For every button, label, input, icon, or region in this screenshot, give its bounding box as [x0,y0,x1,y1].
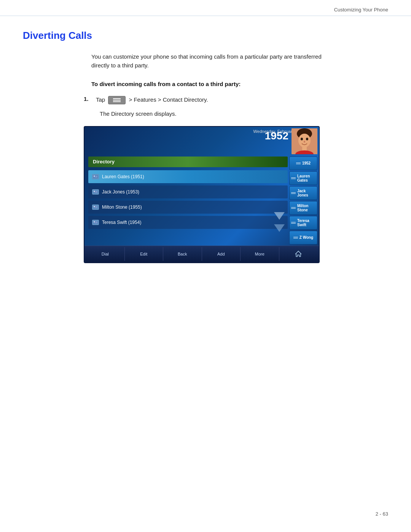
step-note: The Directory screen displays. [100,110,388,117]
step-tap-suffix: > Features > Contact Directory. [129,96,208,103]
speed-dial-label: Z Wong [299,235,313,240]
contact-icon [291,222,296,224]
list-item[interactable]: Lauren Gates (1951) [88,170,288,183]
extension-number: 1952 [265,130,288,142]
contact-icon [291,177,296,179]
speed-dial-label: Teresa Swift [297,219,315,227]
section-title: Diverting Calls [23,30,388,42]
contacts-list: Lauren Gates (1951) Jack Jones (1953) [88,170,288,229]
speed-dial-label: 1952 [302,161,311,165]
speed-dial-button-1952[interactable]: 1952 [289,157,317,170]
svg-point-4 [306,137,308,140]
speed-dial-label: Milton Stone [297,204,315,212]
speed-dial-label: Jack Jones [297,189,315,197]
speed-dial-button-z-wong[interactable]: Z Wong [289,231,317,244]
speed-dial-button-milton-stone[interactable]: Milton Stone [289,201,317,215]
speed-dial-button-jack-jones[interactable]: Jack Jones [289,186,317,200]
intro-text: You can customize your phone so that inc… [91,52,327,70]
list-item[interactable]: Milton Stone (1955) [88,201,288,214]
bottom-toolbar: Dial Edit Back Add More [84,246,319,262]
scroll-arrows [273,211,285,233]
contact-icon [92,220,99,225]
toolbar-back-button[interactable]: Back [163,247,202,261]
directory-label: Directory [88,157,288,167]
page-footer: 2 - 63 [376,511,388,517]
svg-rect-24 [94,221,95,222]
list-item[interactable]: Teresa Swift (1954) [88,216,288,229]
avatar-face [292,128,317,154]
step-tap-prefix: Tap [96,96,105,103]
contact-icon [92,204,99,210]
svg-rect-19 [94,206,95,207]
contact-name: Lauren Gates (1951) [102,174,144,179]
contact-icon [293,237,298,238]
avatar [292,128,317,154]
phone-screen: Wednesday, February 4 1:44 PM 1952 [84,126,320,263]
svg-point-2 [298,134,311,147]
procedure-heading: To divert incoming calls from a contact … [91,81,388,87]
contact-name: Milton Stone (1955) [102,204,142,210]
scroll-down-arrow-1[interactable] [273,211,285,221]
page-header: Customizing Your Phone [0,0,411,16]
svg-point-3 [301,137,303,140]
menu-button-icon[interactable] [108,96,126,104]
svg-rect-14 [94,191,95,192]
contact-icon [92,174,99,179]
home-icon [295,250,302,258]
toolbar-add-button[interactable]: Add [202,247,241,261]
contact-name: Jack Jones (1953) [102,189,139,195]
page-number: 2 - 63 [376,511,388,517]
step-1: 1. Tap > Features > Contact Directory. [84,96,388,104]
speed-dial-button-teresa-swift[interactable]: Teresa Swift [289,216,317,230]
toolbar-edit-button[interactable]: Edit [125,247,164,261]
phone-screen-wrapper: Wednesday, February 4 1:44 PM 1952 [84,126,320,263]
scroll-down-arrow-2[interactable] [273,223,285,233]
step-number: 1. [84,96,91,102]
header-title: Customizing Your Phone [334,7,388,13]
speed-dial-label: Lauren Gates [297,174,315,182]
line-icon [296,163,301,164]
svg-point-5 [304,141,305,142]
right-speed-dial-buttons: 1952 Lauren Gates Jack Jones [289,157,317,244]
toolbar-more-button[interactable]: More [241,247,279,261]
contact-icon [92,189,99,195]
contact-icon [291,207,296,209]
svg-rect-9 [94,176,95,177]
toolbar-dial-button[interactable]: Dial [86,247,125,261]
main-content: Diverting Calls You can customize your p… [0,16,411,286]
contact-name: Teresa Swift (1954) [102,220,141,225]
toolbar-home-button[interactable] [279,247,318,261]
step-content: Tap > Features > Contact Directory. [96,96,208,104]
speed-dial-button-lauren-gates[interactable]: Lauren Gates [289,171,317,185]
contact-icon [291,192,296,194]
list-item[interactable]: Jack Jones (1953) [88,185,288,198]
